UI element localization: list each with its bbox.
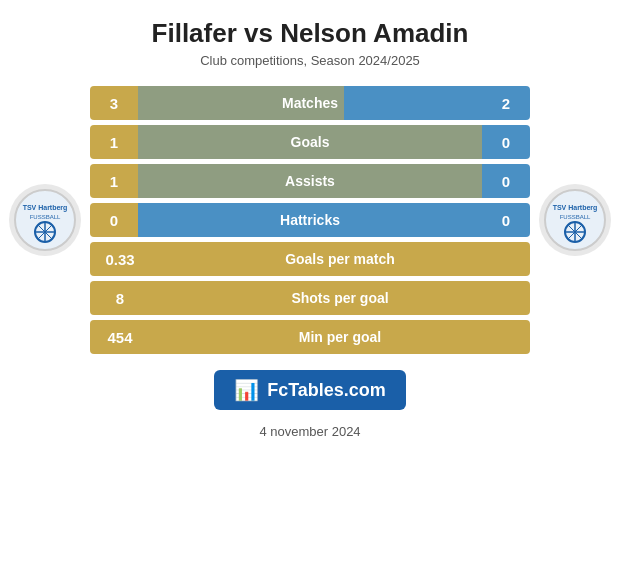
stat-right-goals: 0 (482, 125, 530, 159)
svg-text:TSV Hartberg: TSV Hartberg (23, 204, 68, 212)
fctables-icon: 📊 (234, 378, 259, 402)
fctables-badge: 📊 FcTables.com (214, 370, 406, 410)
stat-row-goals-per-match: 0.33 Goals per match (90, 242, 530, 276)
stat-label-goals-per-match: Goals per match (285, 251, 395, 267)
stat-label-goals: Goals (291, 134, 330, 150)
stat-row-assists: 1 Assists 0 (90, 164, 530, 198)
subtitle: Club competitions, Season 2024/2025 (200, 53, 420, 68)
footer-date: 4 november 2024 (259, 424, 360, 439)
svg-text:FUSSBALL: FUSSBALL (30, 214, 61, 220)
stats-area: 3 Matches 2 1 Goals 0 1 Assists 0 0 Hatt… (90, 86, 530, 354)
stat-label-matches: Matches (282, 95, 338, 111)
fctables-text: FcTables.com (267, 380, 386, 401)
logo-right: TSV Hartberg FUSSBALL (530, 184, 620, 256)
stat-row-matches: 3 Matches 2 (90, 86, 530, 120)
stat-right-assists: 0 (482, 164, 530, 198)
stat-bar-assists: Assists (138, 164, 482, 198)
stat-row-hattricks: 0 Hattricks 0 (90, 203, 530, 237)
logo-left: TSV Hartberg FUSSBALL (0, 184, 90, 256)
stat-row-min-per-goal: 454 Min per goal (90, 320, 530, 354)
right-team-logo: TSV Hartberg FUSSBALL (539, 184, 611, 256)
stat-bar-matches: Matches (138, 86, 482, 120)
page: Fillafer vs Nelson Amadin Club competiti… (0, 0, 620, 580)
stat-val-goals-per-match: 0.33 (90, 242, 150, 276)
stat-row-goals: 1 Goals 0 (90, 125, 530, 159)
stat-right-hattricks: 0 (482, 203, 530, 237)
stat-bar-min-per-goal: Min per goal (150, 320, 530, 354)
stat-bar-hattricks: Hattricks (138, 203, 482, 237)
stat-left-assists: 1 (90, 164, 138, 198)
stat-bar-shots-per-goal: Shots per goal (150, 281, 530, 315)
svg-text:FUSSBALL: FUSSBALL (560, 214, 591, 220)
stat-left-goals: 1 (90, 125, 138, 159)
stat-left-matches: 3 (90, 86, 138, 120)
stat-label-assists: Assists (285, 173, 335, 189)
stat-label-shots-per-goal: Shots per goal (291, 290, 388, 306)
stat-label-hattricks: Hattricks (280, 212, 340, 228)
svg-text:TSV Hartberg: TSV Hartberg (553, 204, 598, 212)
stat-val-shots-per-goal: 8 (90, 281, 150, 315)
stat-bar-goals: Goals (138, 125, 482, 159)
left-team-logo: TSV Hartberg FUSSBALL (9, 184, 81, 256)
main-content: TSV Hartberg FUSSBALL 3 Matches 2 1 (0, 86, 620, 354)
stat-bar-goals-per-match: Goals per match (150, 242, 530, 276)
stat-left-hattricks: 0 (90, 203, 138, 237)
page-title: Fillafer vs Nelson Amadin (152, 18, 469, 49)
stat-label-min-per-goal: Min per goal (299, 329, 381, 345)
stat-row-shots-per-goal: 8 Shots per goal (90, 281, 530, 315)
stat-right-matches: 2 (482, 86, 530, 120)
stat-val-min-per-goal: 454 (90, 320, 150, 354)
